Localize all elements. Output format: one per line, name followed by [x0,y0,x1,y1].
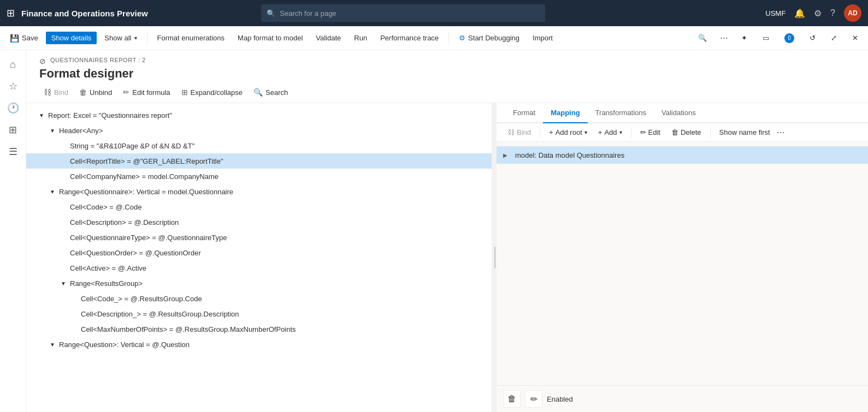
rt-bind-button[interactable]: ⛓ Bind [503,127,535,138]
pencil-icon: ✏ [123,88,129,97]
bottom-delete-button[interactable]: 🗑 [503,390,521,408]
tree-item-label: Cell<Code_> = @.ResultsGroup.Code [79,295,202,303]
separator-2 [448,32,449,45]
global-search-input[interactable] [280,9,540,17]
badge-icon[interactable]: 0 [779,31,800,45]
tree-toggle-icon[interactable]: ▼ [59,280,68,286]
tab-transformations[interactable]: Transformations [588,103,654,123]
sidebar-grid-icon[interactable]: ⊞ [3,120,23,140]
start-debugging-label: Start Debugging [468,34,519,42]
import-button[interactable]: Import [527,32,558,44]
sidebar-home-icon[interactable]: ⌂ [3,55,23,74]
search-icon: 🔍 [267,9,275,17]
performance-trace-button[interactable]: Performance trace [375,32,444,44]
right-bottom-bar: 🗑 ✏ Enabled [497,385,868,412]
tree-item[interactable]: ▼ Report: Excel = "Questionnaires report… [26,108,492,123]
rt-bind-label: Bind [517,128,531,136]
tree-item[interactable]: ▼ Range<Questionnaire>: Vertical = model… [26,184,492,199]
tree-item[interactable]: Cell<Code_> = @.ResultsGroup.Code [26,291,492,306]
page-toolbar: ⛓ Bind 🗑 Unbind ✏ Edit formula ⊞ Expand/… [39,86,855,103]
tree-item[interactable]: ▼ Range<Question>: Vertical = @.Question [26,337,492,352]
tree-item[interactable]: Cell<Active> = @.Active [26,260,492,276]
rt-show-name-first-button[interactable]: Show name first [715,127,775,138]
expand-icon: ⊞ [181,88,188,97]
grid-icon[interactable]: ⊞ [7,7,15,19]
validate-button[interactable]: Validate [310,32,346,44]
tree-item[interactable]: Cell<Description_> = @.ResultsGroup.Desc… [26,306,492,321]
search-label: Search [265,88,288,97]
tree-toggle-icon[interactable]: ▼ [48,128,57,134]
pin-icon[interactable]: ✦ [736,32,753,44]
tree-item[interactable]: ▼ Header<Any> [26,123,492,138]
tree-item-selected[interactable]: Cell<ReportTitle> = @"GER_LABEL:ReportTi… [26,153,492,169]
tree-item-label: Cell<ReportTitle> = @"GER_LABEL:ReportTi… [68,157,223,165]
run-button[interactable]: Run [349,32,373,44]
format-enumerations-button[interactable]: Format enumerations [152,32,231,44]
tree-item[interactable]: Cell<CompanyName> = model.CompanyName [26,169,492,184]
show-all-button[interactable]: Show all ▾ [99,32,142,44]
map-format-to-model-button[interactable]: Map format to model [232,32,308,44]
tree-item[interactable]: Cell<QuestionnaireType> = @.Questionnair… [26,230,492,245]
rt-more-options-icon[interactable]: ··· [777,127,785,138]
tree-item[interactable]: Cell<MaxNumberOfPoints> = @.ResultsGroup… [26,321,492,337]
tree-toggle-icon[interactable]: ▼ [48,342,57,348]
tree-item[interactable]: Cell<Code> = @.Code [26,199,492,214]
rt-plus-icon: + [549,128,553,136]
tree-toggle-icon[interactable]: ▼ [37,112,46,118]
global-search[interactable]: 🔍 [261,4,545,22]
settings-icon[interactable]: ⚙ [814,8,822,19]
tree-item[interactable]: String = "&R&10Page &P of &N &D &T" [26,138,492,153]
tree-item-label: Cell<Code> = @.Code [68,203,141,211]
unbind-button[interactable]: 🗑 Unbind [75,86,116,98]
expand-collapse-button[interactable]: ⊞ Expand/collapse [177,86,247,98]
tree-item-label: Range<ResultsGroup> [68,279,143,288]
tab-validations[interactable]: Validations [654,103,704,123]
sidebar-clock-icon[interactable]: 🕐 [3,98,23,118]
panel-icon[interactable]: ▭ [757,32,775,44]
close-icon[interactable]: ✕ [847,32,864,44]
link-icon: ⛓ [44,88,51,97]
tree-item[interactable]: Cell<Description> = @.Description [26,214,492,230]
rt-delete-button[interactable]: 🗑 Delete [667,127,706,138]
tree-item-label: Report: Excel = "Questionnaires report" [46,111,172,120]
bottom-edit-button[interactable]: ✏ [525,390,542,408]
start-debugging-button[interactable]: ⚙ Start Debugging [453,32,525,44]
help-icon[interactable]: ? [830,8,835,18]
mapping-toggle-icon[interactable]: ▶ [503,152,512,158]
page-title: Format designer [39,67,855,81]
rt-show-name-first-label: Show name first [719,128,770,136]
main-content: ⊘ QUESTIONNAIRES REPORT : 2 Format desig… [26,50,868,412]
show-details-button[interactable]: Show details [46,32,97,44]
rt-add-root-label: Add root [556,128,582,136]
tree-item[interactable]: ▼ Range<ResultsGroup> [26,276,492,291]
expand-icon[interactable]: ⤢ [825,32,842,44]
tree-toggle-icon[interactable]: ▼ [48,189,57,195]
avatar[interactable]: AD [844,4,861,22]
rt-pencil-icon: ✏ [640,128,646,136]
sidebar-star-icon[interactable]: ☆ [3,76,23,96]
mapping-item-label: model: Data model Questionnaires [515,151,624,159]
rt-edit-button[interactable]: ✏ Edit [636,127,665,138]
sidebar-list-icon[interactable]: ☰ [3,142,23,162]
edit-formula-button[interactable]: ✏ Edit formula [119,86,174,98]
expand-collapse-label: Expand/collapse [191,88,243,97]
rt-add-root-button[interactable]: + Add root ▾ [545,127,592,138]
more-options-icon[interactable]: ··· [717,30,731,46]
tab-format[interactable]: Format [505,103,543,123]
sidebar: ⌂ ☆ 🕐 ⊞ ☰ [0,50,26,412]
mapping-item[interactable]: ▶ model: Data model Questionnaires [497,146,868,164]
save-button[interactable]: 💾 Save [4,32,44,45]
bind-button[interactable]: ⛓ Bind [39,86,73,98]
search-tree-icon: 🔍 [253,88,263,97]
command-bar: 💾 Save Show details Show all ▾ Format en… [0,26,868,50]
filter-icon[interactable]: ⊘ [39,57,46,65]
tree-item-label: Cell<CompanyName> = model.CompanyName [68,172,219,181]
search-tree-button[interactable]: 🔍 Search [249,86,292,98]
tree-item[interactable]: Cell<QuestionOrder> = @.QuestionOrder [26,245,492,260]
tab-mapping[interactable]: Mapping [543,103,587,123]
search-cmdbar-button[interactable]: 🔍 [693,32,712,44]
breadcrumb: QUESTIONNAIRES REPORT : 2 [50,57,146,63]
notification-icon[interactable]: 🔔 [794,8,805,19]
refresh-icon[interactable]: ↺ [804,32,821,44]
rt-add-button[interactable]: + Add ▾ [594,127,627,138]
